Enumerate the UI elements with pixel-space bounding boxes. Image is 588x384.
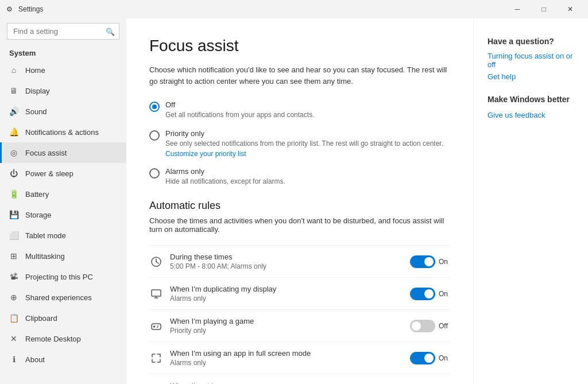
- game-icon: [149, 319, 163, 333]
- sidebar: 🔍 System ⌂ Home 🖥 Display 🔊 Sound 🔔 Noti…: [0, 18, 126, 384]
- sidebar-item-clipboard[interactable]: 📋 Clipboard: [0, 308, 126, 328]
- radio-off-label: Off: [165, 100, 314, 109]
- help-title: Have a question?: [488, 37, 574, 46]
- sidebar-item-tablet-mode[interactable]: ⬜ Tablet mode: [0, 225, 126, 246]
- sidebar-item-power-sleep[interactable]: ⏻ Power & sleep: [0, 163, 126, 184]
- clock-icon: [149, 255, 163, 269]
- svg-rect-3: [152, 290, 161, 296]
- tablet-mode-icon: ⬜: [9, 231, 18, 240]
- radio-off-button[interactable]: [149, 102, 160, 112]
- radio-option-off[interactable]: Off Get all notifications from your apps…: [149, 100, 450, 120]
- sidebar-item-focus-assist[interactable]: ◎ Focus assist: [0, 142, 126, 163]
- sidebar-item-label-projecting: Projecting to this PC: [25, 273, 93, 281]
- radio-priority-button[interactable]: [149, 130, 160, 141]
- rule-during-times-toggle-label: On: [439, 258, 450, 266]
- radio-priority-description: See only selected notifications from the…: [165, 139, 443, 149]
- radio-option-alarms-only[interactable]: Alarms only Hide all notifications, exce…: [149, 167, 450, 187]
- sidebar-item-label-shared-experiences: Shared experiences: [25, 293, 92, 302]
- help-link-turning-on-off[interactable]: Turning focus assist on or off: [488, 52, 574, 69]
- sidebar-item-notifications[interactable]: 🔔 Notifications & actions: [0, 122, 126, 142]
- radio-alarms-button[interactable]: [149, 168, 160, 179]
- rule-during-times-sub: 5:00 PM - 8:00 AM; Alarms only: [170, 262, 403, 270]
- power-sleep-icon: ⏻: [9, 169, 18, 178]
- sidebar-item-label-home: Home: [25, 66, 45, 75]
- rule-during-times-toggle[interactable]: [410, 255, 435, 268]
- projecting-icon: 📽: [9, 272, 18, 281]
- radio-alarms-content: Alarms only Hide all notifications, exce…: [165, 167, 285, 187]
- radio-option-priority-only[interactable]: Priority only See only selected notifica…: [149, 129, 450, 158]
- page-description: Choose which notification you'd like to …: [149, 64, 448, 87]
- sidebar-item-label-power-sleep: Power & sleep: [25, 169, 74, 178]
- title-bar-title: Settings: [18, 5, 43, 13]
- radio-off-content: Off Get all notifications from your apps…: [165, 100, 314, 120]
- display-icon: 🖥: [9, 86, 18, 95]
- rule-playing-game-toggle-container: Off: [410, 320, 450, 332]
- rule-during-times-info: During these times 5:00 PM - 8:00 AM; Al…: [170, 253, 403, 270]
- settings-app-icon: ⚙: [5, 5, 14, 14]
- give-feedback-link[interactable]: Give us feedback: [488, 111, 545, 119]
- rule-duplicating-display-sub: Alarms only: [170, 294, 403, 302]
- sidebar-section-label: System: [0, 44, 126, 60]
- title-bar-left: ⚙ Settings: [5, 5, 43, 14]
- sidebar-item-battery[interactable]: 🔋 Battery: [0, 184, 126, 204]
- rule-playing-game-toggle-label: Off: [439, 322, 450, 330]
- radio-alarms-label: Alarms only: [165, 167, 285, 176]
- sidebar-item-label-tablet-mode: Tablet mode: [25, 231, 66, 240]
- sidebar-item-shared-experiences[interactable]: ⊕ Shared experiences: [0, 287, 126, 308]
- svg-point-10: [157, 327, 158, 328]
- sidebar-item-display[interactable]: 🖥 Display: [0, 80, 126, 101]
- sidebar-item-label-focus-assist: Focus assist: [25, 149, 67, 157]
- about-icon: ℹ: [9, 355, 18, 364]
- sidebar-item-sound[interactable]: 🔊 Sound: [0, 101, 126, 122]
- monitor-icon: [149, 287, 163, 301]
- rule-playing-game-toggle[interactable]: [410, 320, 435, 332]
- right-panel: Have a question? Turning focus assist on…: [473, 18, 588, 384]
- sidebar-item-projecting[interactable]: 📽 Projecting to this PC: [0, 266, 126, 287]
- sidebar-item-label-display: Display: [25, 87, 50, 95]
- rule-during-times: During these times 5:00 PM - 8:00 AM; Al…: [149, 245, 450, 277]
- sidebar-item-remote-desktop[interactable]: ✕ Remote Desktop: [0, 328, 126, 349]
- close-button[interactable]: ✕: [557, 0, 583, 18]
- multitasking-icon: ⊞: [9, 251, 18, 261]
- customize-priority-link[interactable]: Customize your priority list: [165, 150, 443, 158]
- rule-playing-game: When I'm playing a game Priority only Of…: [149, 309, 450, 342]
- sidebar-item-label-notifications: Notifications & actions: [25, 128, 99, 137]
- sidebar-item-label-multitasking: Multitasking: [25, 252, 65, 261]
- rule-during-times-name: During these times: [170, 253, 403, 261]
- sidebar-item-label-storage: Storage: [25, 211, 52, 219]
- rule-full-screen-toggle-container: On: [410, 352, 450, 364]
- sidebar-item-label-about: About: [25, 355, 45, 364]
- svg-line-2: [156, 262, 158, 263]
- minimize-button[interactable]: ─: [504, 0, 531, 18]
- shared-experiences-icon: ⊕: [9, 293, 18, 302]
- search-input[interactable]: [7, 23, 119, 40]
- clipboard-icon: 📋: [9, 313, 18, 323]
- sidebar-item-storage[interactable]: 💾 Storage: [0, 204, 126, 225]
- radio-priority-label: Priority only: [165, 129, 443, 138]
- battery-icon: 🔋: [9, 189, 18, 199]
- rule-at-home-info: When I'm at home Priority only: [170, 381, 403, 384]
- maximize-button[interactable]: □: [531, 0, 557, 18]
- home-icon: ⌂: [9, 65, 18, 75]
- rule-duplicating-toggle[interactable]: [410, 288, 435, 300]
- app-body: 🔍 System ⌂ Home 🖥 Display 🔊 Sound 🔔 Noti…: [0, 18, 588, 384]
- sidebar-item-about[interactable]: ℹ About: [0, 349, 126, 370]
- sidebar-item-home[interactable]: ⌂ Home: [0, 60, 126, 80]
- sidebar-item-multitasking[interactable]: ⊞ Multitasking: [0, 246, 126, 266]
- title-bar-controls: ─ □ ✕: [504, 0, 583, 18]
- help-link-get-help[interactable]: Get help: [488, 72, 574, 81]
- rule-full-screen-name: When I'm using an app in full screen mod…: [170, 349, 403, 358]
- rule-duplicating-toggle-container: On: [410, 288, 450, 300]
- title-bar: ⚙ Settings ─ □ ✕: [0, 0, 588, 18]
- rule-at-home: When I'm at home Priority only Off: [149, 374, 450, 384]
- main-content: Focus assist Choose which notification y…: [126, 18, 473, 384]
- sidebar-item-label-remote-desktop: Remote Desktop: [25, 335, 81, 343]
- rule-playing-game-info: When I'm playing a game Priority only: [170, 317, 403, 335]
- rule-full-screen-toggle[interactable]: [410, 352, 435, 364]
- sidebar-item-label-sound: Sound: [25, 107, 47, 116]
- automatic-rules-description: Choose the times and activities when you…: [149, 216, 448, 234]
- sidebar-search-container: 🔍: [7, 23, 119, 40]
- radio-off-description: Get all notifications from your apps and…: [165, 110, 314, 120]
- automatic-rules-title: Automatic rules: [149, 200, 450, 212]
- sidebar-item-label-battery: Battery: [25, 190, 49, 199]
